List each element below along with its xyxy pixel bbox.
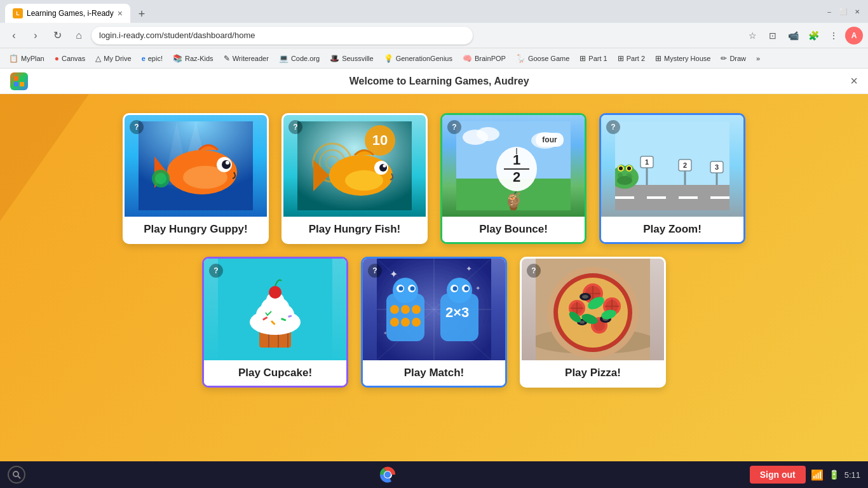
bookmark-writereader[interactable]: ✎ Writereader (220, 53, 273, 64)
bookmark-label: Draw (729, 55, 746, 62)
cupcake-help[interactable]: ? (209, 264, 223, 278)
mystery-icon: ⊞ (655, 54, 661, 63)
active-tab[interactable]: L Learning Games, i-Ready × (5, 4, 130, 23)
profile-avatar[interactable]: A (845, 27, 863, 44)
bookmark-codeorg[interactable]: 💻 Code.org (275, 53, 323, 64)
bookmark-label: Goose Game (528, 55, 569, 62)
taskbar-search[interactable] (8, 466, 25, 484)
bookmarks-bar: 📋 MyPlan ● Canvas △ My Drive e epic! 📚 R… (0, 48, 868, 69)
bookmark-label: Seussville (342, 55, 374, 62)
game-card-hungry-fish[interactable]: ? 10 (281, 113, 428, 244)
extensions-button[interactable]: 🧩 (804, 27, 822, 44)
bookmark-part1[interactable]: ⊞ Part 1 (576, 53, 611, 64)
bookmark-more[interactable]: » (752, 53, 764, 64)
svg-text:🐒: 🐒 (507, 192, 522, 206)
match-art: ✦ ✦ ✦ ✦ (377, 259, 491, 360)
bookmark-star-button[interactable]: ☆ (743, 27, 761, 44)
svg-point-65 (618, 173, 623, 178)
address-input[interactable] (92, 27, 473, 44)
signout-button[interactable]: Sign out (750, 466, 806, 484)
svg-point-97 (401, 305, 410, 314)
bounce-help[interactable]: ? (447, 120, 461, 134)
svg-point-66 (626, 173, 632, 180)
match-help[interactable]: ? (368, 264, 382, 278)
game-card-cupcake[interactable]: ? (202, 257, 348, 388)
home-button[interactable]: ⌂ (70, 27, 88, 44)
bookmark-mysteryhouse[interactable]: ⊞ Mystery House (651, 53, 714, 64)
svg-rect-47 (710, 196, 729, 199)
back-button[interactable]: ‹ (5, 27, 23, 44)
svg-point-138 (13, 471, 18, 477)
forward-button[interactable]: › (27, 27, 44, 44)
svg-text:2×3: 2×3 (445, 304, 469, 320)
browser-actions: ☆ ⊡ 📹 🧩 ⋮ A (743, 27, 863, 44)
bookmark-brainpop[interactable]: 🧠 BrainPOP (459, 53, 510, 64)
svg-rect-1 (20, 76, 24, 81)
bookmark-draw[interactable]: ✏ Draw (717, 53, 750, 64)
hungry-guppy-help[interactable]: ? (130, 120, 144, 134)
chrome-icon[interactable] (377, 464, 398, 485)
time-display: 5:11 (844, 470, 860, 480)
maximize-button[interactable]: ⬜ (837, 6, 849, 17)
welcome-message: Welcome to Learning Games, Audrey (36, 76, 843, 87)
minimize-button[interactable]: – (824, 6, 835, 17)
bookmark-label: Raz-Kids (185, 55, 214, 62)
bookmark-label: My Drive (104, 55, 131, 62)
close-notification-button[interactable]: × (850, 74, 858, 88)
close-button[interactable]: ✕ (851, 6, 863, 17)
reload-button[interactable]: ↻ (48, 27, 66, 44)
svg-point-12 (226, 161, 229, 165)
bookmark-label: GenerationGenius (396, 55, 452, 62)
bookmark-seussville[interactable]: 🎩 Seussville (326, 53, 377, 64)
game-card-bounce[interactable]: ? 1 2 (440, 113, 587, 244)
svg-text:1: 1 (645, 158, 649, 166)
bookmark-label: Part 1 (588, 55, 607, 62)
bookmark-canvas[interactable]: ● Canvas (51, 53, 90, 64)
pizza-help[interactable]: ? (527, 264, 541, 278)
game-card-pizza[interactable]: ? (520, 257, 666, 388)
brainpop-icon: 🧠 (463, 54, 472, 63)
bounce-image: ? 1 2 (442, 115, 585, 217)
hungry-fish-help[interactable]: ? (288, 120, 302, 134)
screenshot-button[interactable]: ⊡ (764, 27, 782, 44)
bookmark-part2[interactable]: ⊞ Part 2 (614, 53, 649, 64)
game-card-zoom[interactable]: ? 1 2 (599, 113, 745, 244)
main-content: ? (0, 94, 868, 461)
svg-point-105 (453, 287, 458, 291)
svg-point-101 (412, 318, 421, 327)
bookmark-myplan[interactable]: 📋 MyPlan (5, 53, 48, 64)
bookmark-gengenius[interactable]: 💡 GenerationGenius (380, 53, 456, 64)
canvas-icon: ● (55, 54, 59, 63)
menu-button[interactable]: ⋮ (825, 27, 843, 44)
bookmark-epic[interactable]: e epic! (138, 53, 166, 64)
mydrive-icon: △ (95, 54, 101, 63)
address-bar-row: ‹ › ↻ ⌂ ☆ ⊡ 📹 🧩 ⋮ A (0, 23, 868, 48)
bookmark-razkids[interactable]: 📚 Raz-Kids (169, 53, 217, 64)
svg-point-95 (410, 287, 415, 291)
seuss-icon: 🎩 (330, 54, 339, 63)
tab-bar: L Learning Games, i-Ready × + (5, 0, 151, 23)
svg-point-30 (477, 127, 499, 141)
cupcake-label: Play Cupcake! (204, 360, 346, 386)
tab-close[interactable]: × (118, 8, 123, 18)
pizza-image: ? (522, 259, 664, 360)
part2-icon: ⊞ (618, 54, 624, 63)
svg-point-100 (401, 318, 410, 327)
battery-icon: 🔋 (829, 470, 839, 480)
svg-point-107 (465, 287, 469, 291)
game-card-match[interactable]: ? ✦ ✦ (361, 257, 507, 388)
hungry-guppy-label: Play Hungry Guppy! (125, 217, 267, 242)
svg-text:3: 3 (715, 163, 719, 171)
pizza-label: Play Pizza! (522, 360, 664, 386)
new-tab-button[interactable]: + (133, 5, 151, 23)
bookmark-label: Code.org (291, 55, 320, 62)
game-card-hungry-guppy[interactable]: ? (123, 113, 269, 244)
bookmark-mydrive[interactable]: △ My Drive (92, 53, 135, 64)
zoom-help[interactable]: ? (606, 120, 620, 134)
svg-point-61 (619, 166, 623, 170)
bookmark-goosegame[interactable]: 🪿 Goose Game (512, 53, 573, 64)
video-button[interactable]: 📹 (784, 27, 802, 44)
hungry-fish-label: Play Hungry Fish! (283, 217, 426, 242)
part1-icon: ⊞ (580, 54, 586, 63)
razkids-icon: 📚 (173, 54, 182, 63)
